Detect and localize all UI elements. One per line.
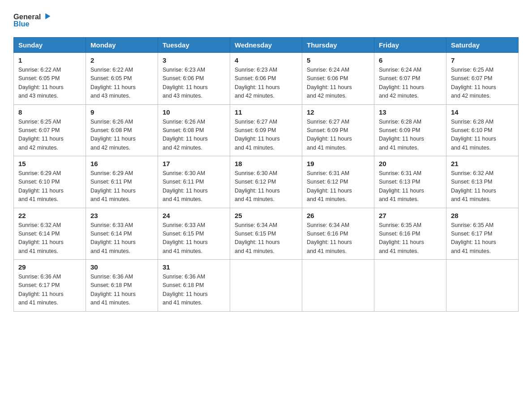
col-header-sunday: Sunday <box>14 38 86 53</box>
day-info: Sunrise: 6:27 AMSunset: 6:09 PMDaylight:… <box>235 119 280 151</box>
week-row-3: 15 Sunrise: 6:29 AMSunset: 6:10 PMDaylig… <box>14 156 519 208</box>
day-info: Sunrise: 6:24 AMSunset: 6:07 PMDaylight:… <box>379 67 424 99</box>
svg-marker-1 <box>45 13 50 19</box>
day-number: 25 <box>235 212 297 219</box>
day-info: Sunrise: 6:26 AMSunset: 6:08 PMDaylight:… <box>163 119 208 151</box>
day-number: 26 <box>307 212 369 219</box>
day-cell: 19 Sunrise: 6:31 AMSunset: 6:12 PMDaylig… <box>302 156 374 208</box>
day-info: Sunrise: 6:22 AMSunset: 6:05 PMDaylight:… <box>18 67 64 99</box>
day-cell: 29 Sunrise: 6:36 AMSunset: 6:17 PMDaylig… <box>14 260 86 312</box>
day-info: Sunrise: 6:29 AMSunset: 6:10 PMDaylight:… <box>18 170 64 202</box>
day-cell: 25 Sunrise: 6:34 AMSunset: 6:15 PMDaylig… <box>230 208 302 260</box>
day-cell: 3 Sunrise: 6:23 AMSunset: 6:06 PMDayligh… <box>158 53 230 105</box>
day-number: 21 <box>451 160 514 167</box>
day-info: Sunrise: 6:33 AMSunset: 6:14 PMDaylight:… <box>90 222 136 254</box>
day-cell: 28 Sunrise: 6:35 AMSunset: 6:17 PMDaylig… <box>446 208 519 260</box>
svg-text:Blue: Blue <box>13 20 30 28</box>
day-cell: 18 Sunrise: 6:30 AMSunset: 6:12 PMDaylig… <box>230 156 302 208</box>
day-cell <box>230 260 302 312</box>
day-number: 20 <box>379 160 442 167</box>
day-cell: 2 Sunrise: 6:22 AMSunset: 6:05 PMDayligh… <box>86 53 158 105</box>
day-cell: 15 Sunrise: 6:29 AMSunset: 6:10 PMDaylig… <box>14 156 86 208</box>
day-cell: 9 Sunrise: 6:26 AMSunset: 6:08 PMDayligh… <box>86 104 158 156</box>
day-number: 10 <box>163 108 225 116</box>
day-number: 9 <box>90 108 153 116</box>
day-number: 30 <box>90 263 153 271</box>
day-info: Sunrise: 6:26 AMSunset: 6:08 PMDaylight:… <box>90 119 136 151</box>
day-info: Sunrise: 6:24 AMSunset: 6:06 PMDaylight:… <box>307 67 352 99</box>
day-cell: 23 Sunrise: 6:33 AMSunset: 6:14 PMDaylig… <box>86 208 158 260</box>
day-info: Sunrise: 6:34 AMSunset: 6:16 PMDaylight:… <box>307 222 352 254</box>
day-number: 12 <box>307 108 369 116</box>
day-cell: 26 Sunrise: 6:34 AMSunset: 6:16 PMDaylig… <box>302 208 374 260</box>
day-number: 3 <box>163 56 225 64</box>
calendar-header-row: SundayMondayTuesdayWednesdayThursdayFrid… <box>14 38 519 53</box>
day-number: 8 <box>18 108 81 116</box>
week-row-2: 8 Sunrise: 6:25 AMSunset: 6:07 PMDayligh… <box>14 104 519 156</box>
day-info: Sunrise: 6:25 AMSunset: 6:07 PMDaylight:… <box>18 119 64 151</box>
day-cell: 22 Sunrise: 6:32 AMSunset: 6:14 PMDaylig… <box>14 208 86 260</box>
col-header-tuesday: Tuesday <box>158 38 230 53</box>
day-cell: 6 Sunrise: 6:24 AMSunset: 6:07 PMDayligh… <box>374 53 446 105</box>
day-info: Sunrise: 6:32 AMSunset: 6:14 PMDaylight:… <box>18 222 64 254</box>
day-info: Sunrise: 6:23 AMSunset: 6:06 PMDaylight:… <box>235 67 280 99</box>
day-cell: 12 Sunrise: 6:27 AMSunset: 6:09 PMDaylig… <box>302 104 374 156</box>
day-cell: 31 Sunrise: 6:36 AMSunset: 6:18 PMDaylig… <box>158 260 230 312</box>
col-header-friday: Friday <box>374 38 446 53</box>
day-cell: 4 Sunrise: 6:23 AMSunset: 6:06 PMDayligh… <box>230 53 302 105</box>
day-cell: 8 Sunrise: 6:25 AMSunset: 6:07 PMDayligh… <box>14 104 86 156</box>
day-info: Sunrise: 6:31 AMSunset: 6:13 PMDaylight:… <box>379 170 424 202</box>
day-number: 23 <box>90 212 153 219</box>
day-cell: 13 Sunrise: 6:28 AMSunset: 6:09 PMDaylig… <box>374 104 446 156</box>
day-info: Sunrise: 6:30 AMSunset: 6:11 PMDaylight:… <box>163 170 208 202</box>
day-number: 17 <box>163 160 225 167</box>
day-number: 11 <box>235 108 297 116</box>
col-header-wednesday: Wednesday <box>230 38 302 53</box>
day-info: Sunrise: 6:30 AMSunset: 6:12 PMDaylight:… <box>235 170 280 202</box>
day-number: 15 <box>18 160 81 167</box>
day-cell: 1 Sunrise: 6:22 AMSunset: 6:05 PMDayligh… <box>14 53 86 105</box>
day-info: Sunrise: 6:36 AMSunset: 6:17 PMDaylight:… <box>18 274 64 306</box>
day-info: Sunrise: 6:28 AMSunset: 6:09 PMDaylight:… <box>379 119 424 151</box>
day-number: 28 <box>451 212 514 219</box>
col-header-monday: Monday <box>86 38 158 53</box>
logo: General Blue <box>13 9 54 29</box>
day-number: 4 <box>235 56 297 64</box>
day-cell: 24 Sunrise: 6:33 AMSunset: 6:15 PMDaylig… <box>158 208 230 260</box>
day-info: Sunrise: 6:31 AMSunset: 6:12 PMDaylight:… <box>307 170 352 202</box>
calendar-table: SundayMondayTuesdayWednesdayThursdayFrid… <box>13 37 519 312</box>
day-cell: 27 Sunrise: 6:35 AMSunset: 6:16 PMDaylig… <box>374 208 446 260</box>
day-info: Sunrise: 6:28 AMSunset: 6:10 PMDaylight:… <box>451 119 496 151</box>
day-cell: 30 Sunrise: 6:36 AMSunset: 6:18 PMDaylig… <box>86 260 158 312</box>
day-cell <box>302 260 374 312</box>
day-number: 14 <box>451 108 514 116</box>
day-info: Sunrise: 6:33 AMSunset: 6:15 PMDaylight:… <box>163 222 208 254</box>
day-number: 19 <box>307 160 369 167</box>
logo-svg: General Blue <box>13 9 54 29</box>
day-info: Sunrise: 6:22 AMSunset: 6:05 PMDaylight:… <box>90 67 136 99</box>
day-number: 18 <box>235 160 297 167</box>
day-cell: 5 Sunrise: 6:24 AMSunset: 6:06 PMDayligh… <box>302 53 374 105</box>
day-info: Sunrise: 6:35 AMSunset: 6:16 PMDaylight:… <box>379 222 424 254</box>
day-info: Sunrise: 6:32 AMSunset: 6:13 PMDaylight:… <box>451 170 496 202</box>
day-info: Sunrise: 6:36 AMSunset: 6:18 PMDaylight:… <box>90 274 136 306</box>
day-number: 29 <box>18 263 81 271</box>
col-header-saturday: Saturday <box>446 38 519 53</box>
day-info: Sunrise: 6:29 AMSunset: 6:11 PMDaylight:… <box>90 170 136 202</box>
day-info: Sunrise: 6:27 AMSunset: 6:09 PMDaylight:… <box>307 119 352 151</box>
page-header: General Blue <box>13 9 519 29</box>
col-header-thursday: Thursday <box>302 38 374 53</box>
day-number: 24 <box>163 212 225 219</box>
day-info: Sunrise: 6:36 AMSunset: 6:18 PMDaylight:… <box>163 274 208 306</box>
day-number: 1 <box>18 56 81 64</box>
day-cell: 17 Sunrise: 6:30 AMSunset: 6:11 PMDaylig… <box>158 156 230 208</box>
day-number: 6 <box>379 56 442 64</box>
week-row-5: 29 Sunrise: 6:36 AMSunset: 6:17 PMDaylig… <box>14 260 519 312</box>
day-cell: 14 Sunrise: 6:28 AMSunset: 6:10 PMDaylig… <box>446 104 519 156</box>
day-cell: 10 Sunrise: 6:26 AMSunset: 6:08 PMDaylig… <box>158 104 230 156</box>
day-number: 13 <box>379 108 442 116</box>
week-row-1: 1 Sunrise: 6:22 AMSunset: 6:05 PMDayligh… <box>14 53 519 105</box>
day-number: 31 <box>163 263 225 271</box>
day-number: 27 <box>379 212 442 219</box>
day-cell: 7 Sunrise: 6:25 AMSunset: 6:07 PMDayligh… <box>446 53 519 105</box>
